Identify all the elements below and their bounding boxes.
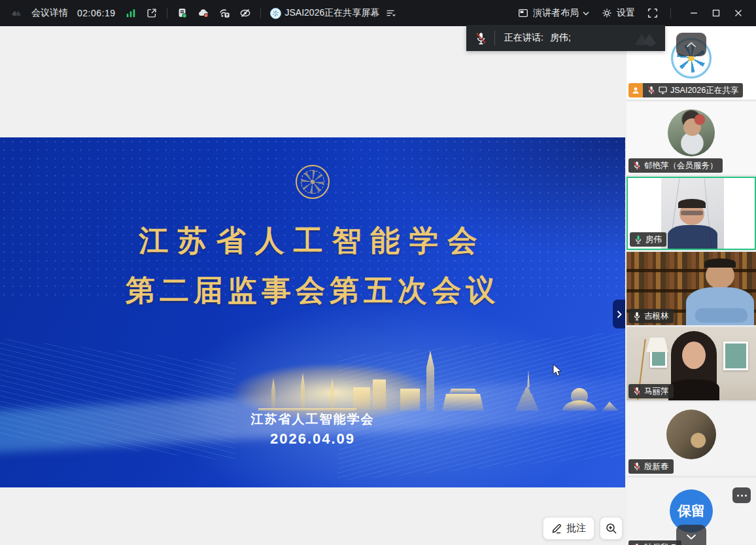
chevron-down-icon xyxy=(583,11,589,16)
pop-out-icon[interactable] xyxy=(146,7,158,19)
layout-icon xyxy=(517,7,529,19)
presentation-slide: 江苏省人工智能学会 第二届监事会第五次会议 江苏省人工智能学会 xyxy=(0,137,625,487)
settings-gear-icon xyxy=(601,7,613,19)
participants-sidebar: JSAI2026正在共享 郁艳萍（会员服务） 房伟 xyxy=(627,26,756,545)
magnifier-plus-icon xyxy=(606,523,617,535)
window-titlebar: 会议详情 02:06:19 JSAI2026正在共享屏幕 xyxy=(0,0,756,26)
scroll-down-button[interactable] xyxy=(676,525,706,545)
participant-name: 马丽萍 xyxy=(644,386,669,397)
mic-muted-icon xyxy=(633,462,641,471)
wall-frame xyxy=(723,342,748,370)
app-logo-icon xyxy=(10,7,22,19)
participant-name: JSAI2026正在共享 xyxy=(670,85,738,96)
network-signal-icon[interactable] xyxy=(125,7,137,19)
fullscreen-button[interactable] xyxy=(647,7,659,19)
slide-footer-org: 江苏省人工智能学会 xyxy=(0,411,625,428)
maximize-button[interactable] xyxy=(705,0,727,26)
mic-muted-icon xyxy=(633,387,641,396)
chevron-up-icon xyxy=(686,42,696,48)
avatar-initials: 保留 xyxy=(678,502,705,520)
participant-tile-maliping[interactable]: 马丽萍 xyxy=(627,327,756,400)
privacy-eye-off-icon[interactable] xyxy=(239,7,251,19)
participant-photo-avatar xyxy=(666,410,716,459)
floor-lamp-shade xyxy=(646,338,668,352)
share-options-icon xyxy=(385,7,396,19)
chevron-down-icon xyxy=(686,534,696,540)
participant-tile-yinxinchun[interactable]: 殷新春 xyxy=(627,402,756,476)
shared-screen-area: 江苏省人工智能学会 第二届监事会第五次会议 江苏省人工智能学会 xyxy=(0,26,627,545)
minimize-icon xyxy=(690,9,698,17)
watermark-logo-icon xyxy=(632,27,661,51)
layout-label: 演讲者布局 xyxy=(533,7,579,19)
layout-selector[interactable]: 演讲者布局 xyxy=(517,7,589,19)
participant-tile-yuyanping[interactable]: 郁艳萍（会员服务） xyxy=(627,101,756,175)
fullscreen-icon xyxy=(647,7,659,19)
participant-tile-jigenlin[interactable]: 吉根林 xyxy=(627,252,756,325)
cloud-status-icon[interactable] xyxy=(198,7,209,19)
mic-speaking-icon xyxy=(634,235,642,244)
titlebar-divider xyxy=(670,8,671,18)
toast-divider xyxy=(494,31,495,45)
next-panel-chevron-button[interactable] xyxy=(613,300,625,328)
participant-name: 郁艳萍（会员服务） xyxy=(644,160,718,171)
meeting-timer: 02:06:19 xyxy=(77,8,116,18)
scroll-up-button[interactable] xyxy=(676,33,706,56)
recording-status-icon[interactable] xyxy=(177,7,188,19)
screen-sharing-icon xyxy=(659,86,667,94)
participant-name: 房伟 xyxy=(645,234,662,245)
settings-button[interactable]: 设置 xyxy=(601,7,635,19)
slide-title-line1: 江苏省人工智能学会 xyxy=(0,221,625,260)
mic-on-icon xyxy=(633,311,641,321)
titlebar-divider xyxy=(260,8,261,18)
minimize-button[interactable] xyxy=(683,0,705,26)
meeting-details-button[interactable]: 会议详情 xyxy=(31,7,68,19)
society-emblem-icon xyxy=(296,165,330,199)
pencil-icon xyxy=(551,523,562,534)
sharing-source-logo-icon xyxy=(270,8,281,19)
mic-muted-icon xyxy=(633,161,641,170)
mouse-cursor xyxy=(553,364,562,378)
speaking-toast: 正在讲话: 房伟; xyxy=(466,25,665,51)
annotate-button[interactable]: 批注 xyxy=(543,517,594,540)
network-translate-icon[interactable] xyxy=(218,7,230,19)
participant-name: 叶保留 R xyxy=(644,542,677,545)
titlebar-divider xyxy=(167,8,167,18)
chevron-right-icon xyxy=(617,310,622,319)
mic-muted-icon xyxy=(647,86,655,95)
sharing-status-label: JSAI2026正在共享屏幕 xyxy=(285,7,380,19)
host-badge-icon xyxy=(628,83,643,97)
meeting-details-label: 会议详情 xyxy=(31,7,68,19)
zoom-in-button[interactable] xyxy=(600,517,623,540)
maximize-icon xyxy=(712,9,720,17)
participant-name: 殷新春 xyxy=(644,461,669,472)
settings-label: 设置 xyxy=(617,7,635,19)
participant-photo-avatar xyxy=(668,109,715,156)
speaking-prefix-label: 正在讲话: xyxy=(504,32,543,44)
speaker-names: 房伟; xyxy=(550,32,571,44)
close-button[interactable] xyxy=(727,0,749,26)
mic-muted-icon xyxy=(466,32,494,44)
close-icon xyxy=(734,9,742,17)
slide-title-line2: 第二届监事会第五次会议 xyxy=(0,271,625,310)
participant-name: 吉根林 xyxy=(644,311,669,322)
participant-tile-fangwei[interactable]: 房伟 xyxy=(627,177,756,250)
annotate-label: 批注 xyxy=(566,522,586,535)
slide-footer-date: 2026.04.09 xyxy=(0,431,625,448)
participant-video xyxy=(661,178,724,249)
tile-more-options-button[interactable] xyxy=(732,487,751,503)
sharing-status[interactable]: JSAI2026正在共享屏幕 xyxy=(270,7,397,19)
